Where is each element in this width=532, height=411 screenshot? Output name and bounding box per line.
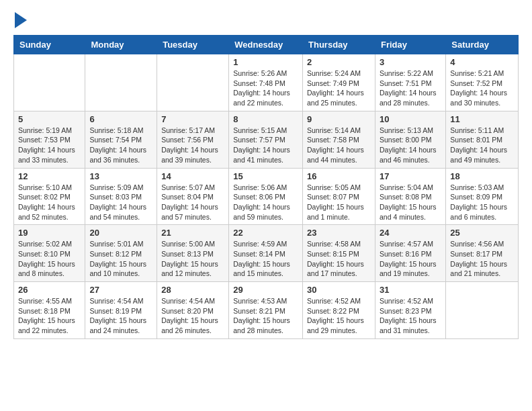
day-cell: 2Sunrise: 5:24 AM Sunset: 7:49 PM Daylig… xyxy=(303,54,375,111)
day-cell: 10Sunrise: 5:13 AM Sunset: 8:00 PM Dayli… xyxy=(375,111,445,168)
day-cell: 12Sunrise: 5:10 AM Sunset: 8:02 PM Dayli… xyxy=(14,168,85,225)
day-info: Sunrise: 5:15 AM Sunset: 7:57 PM Dayligh… xyxy=(233,126,298,165)
day-cell: 18Sunrise: 5:03 AM Sunset: 8:09 PM Dayli… xyxy=(446,168,519,225)
day-number: 25 xyxy=(450,228,514,238)
day-info: Sunrise: 5:26 AM Sunset: 7:48 PM Dayligh… xyxy=(233,68,298,108)
day-cell: 14Sunrise: 5:07 AM Sunset: 8:04 PM Dayli… xyxy=(157,168,229,225)
day-number: 14 xyxy=(161,171,224,181)
day-cell: 5Sunrise: 5:19 AM Sunset: 7:53 PM Daylig… xyxy=(14,111,85,168)
day-number: 4 xyxy=(450,57,514,67)
day-info: Sunrise: 5:11 AM Sunset: 8:01 PM Dayligh… xyxy=(450,126,514,165)
week-row-5: 26Sunrise: 4:55 AM Sunset: 8:18 PM Dayli… xyxy=(14,282,519,339)
day-cell: 19Sunrise: 5:02 AM Sunset: 8:10 PM Dayli… xyxy=(14,225,85,282)
day-cell xyxy=(157,54,229,111)
day-number: 5 xyxy=(18,114,81,124)
day-cell: 3Sunrise: 5:22 AM Sunset: 7:51 PM Daylig… xyxy=(375,54,445,111)
day-number: 26 xyxy=(18,285,81,295)
day-number: 30 xyxy=(307,285,371,295)
day-info: Sunrise: 4:54 AM Sunset: 8:19 PM Dayligh… xyxy=(89,296,152,336)
day-number: 12 xyxy=(18,171,81,181)
calendar: SundayMondayTuesdayWednesdayThursdayFrid… xyxy=(13,35,519,339)
day-info: Sunrise: 5:07 AM Sunset: 8:04 PM Dayligh… xyxy=(161,183,224,222)
day-number: 21 xyxy=(161,228,224,238)
day-info: Sunrise: 5:06 AM Sunset: 8:06 PM Dayligh… xyxy=(233,183,298,222)
day-cell: 11Sunrise: 5:11 AM Sunset: 8:01 PM Dayli… xyxy=(446,111,519,168)
day-info: Sunrise: 5:19 AM Sunset: 7:53 PM Dayligh… xyxy=(18,126,81,165)
day-number: 20 xyxy=(89,228,152,238)
day-cell: 21Sunrise: 5:00 AM Sunset: 8:13 PM Dayli… xyxy=(157,225,229,282)
week-row-2: 5Sunrise: 5:19 AM Sunset: 7:53 PM Daylig… xyxy=(14,111,519,168)
day-info: Sunrise: 5:00 AM Sunset: 8:13 PM Dayligh… xyxy=(161,239,224,279)
day-info: Sunrise: 4:55 AM Sunset: 8:18 PM Dayligh… xyxy=(18,296,81,336)
day-number: 13 xyxy=(89,171,152,181)
column-header-tuesday: Tuesday xyxy=(157,36,229,54)
day-number: 28 xyxy=(161,285,224,295)
day-number: 3 xyxy=(380,57,441,67)
day-info: Sunrise: 4:53 AM Sunset: 8:21 PM Dayligh… xyxy=(233,296,298,336)
day-cell: 7Sunrise: 5:17 AM Sunset: 7:56 PM Daylig… xyxy=(157,111,229,168)
day-number: 8 xyxy=(233,114,298,124)
day-cell: 27Sunrise: 4:54 AM Sunset: 8:19 PM Dayli… xyxy=(85,282,157,339)
day-info: Sunrise: 4:56 AM Sunset: 8:17 PM Dayligh… xyxy=(450,239,514,279)
day-cell: 16Sunrise: 5:05 AM Sunset: 8:07 PM Dayli… xyxy=(303,168,375,225)
day-number: 15 xyxy=(233,171,298,181)
calendar-header-row: SundayMondayTuesdayWednesdayThursdayFrid… xyxy=(14,36,519,54)
day-info: Sunrise: 5:24 AM Sunset: 7:49 PM Dayligh… xyxy=(307,68,371,108)
day-info: Sunrise: 4:54 AM Sunset: 8:20 PM Dayligh… xyxy=(161,296,224,336)
day-number: 18 xyxy=(450,171,514,181)
day-cell xyxy=(14,54,85,111)
day-cell: 28Sunrise: 4:54 AM Sunset: 8:20 PM Dayli… xyxy=(157,282,229,339)
day-cell: 15Sunrise: 5:06 AM Sunset: 8:06 PM Dayli… xyxy=(229,168,303,225)
header xyxy=(13,13,519,28)
day-info: Sunrise: 5:05 AM Sunset: 8:07 PM Dayligh… xyxy=(307,183,371,222)
day-number: 23 xyxy=(307,228,371,238)
day-info: Sunrise: 5:10 AM Sunset: 8:02 PM Dayligh… xyxy=(18,183,81,222)
day-cell: 20Sunrise: 5:01 AM Sunset: 8:12 PM Dayli… xyxy=(85,225,157,282)
column-header-friday: Friday xyxy=(375,36,445,54)
day-cell: 4Sunrise: 5:21 AM Sunset: 7:52 PM Daylig… xyxy=(446,54,519,111)
column-header-monday: Monday xyxy=(85,36,157,54)
day-cell: 31Sunrise: 4:52 AM Sunset: 8:23 PM Dayli… xyxy=(375,282,445,339)
day-number: 7 xyxy=(161,114,224,124)
day-number: 2 xyxy=(307,57,371,67)
day-info: Sunrise: 5:03 AM Sunset: 8:09 PM Dayligh… xyxy=(450,183,514,222)
day-number: 27 xyxy=(89,285,152,295)
day-number: 31 xyxy=(380,285,441,295)
day-number: 19 xyxy=(18,228,81,238)
column-header-wednesday: Wednesday xyxy=(229,36,303,54)
logo xyxy=(13,13,27,28)
day-info: Sunrise: 4:57 AM Sunset: 8:16 PM Dayligh… xyxy=(380,239,441,279)
week-row-4: 19Sunrise: 5:02 AM Sunset: 8:10 PM Dayli… xyxy=(14,225,519,282)
column-header-saturday: Saturday xyxy=(446,36,519,54)
day-cell: 9Sunrise: 5:14 AM Sunset: 7:58 PM Daylig… xyxy=(303,111,375,168)
day-cell: 24Sunrise: 4:57 AM Sunset: 8:16 PM Dayli… xyxy=(375,225,445,282)
day-info: Sunrise: 5:13 AM Sunset: 8:00 PM Dayligh… xyxy=(380,126,441,165)
day-info: Sunrise: 4:52 AM Sunset: 8:22 PM Dayligh… xyxy=(307,296,371,336)
day-number: 17 xyxy=(380,171,441,181)
day-info: Sunrise: 5:01 AM Sunset: 8:12 PM Dayligh… xyxy=(89,239,152,279)
day-info: Sunrise: 4:58 AM Sunset: 8:15 PM Dayligh… xyxy=(307,239,371,279)
day-number: 1 xyxy=(233,57,298,67)
day-number: 29 xyxy=(233,285,298,295)
day-info: Sunrise: 5:02 AM Sunset: 8:10 PM Dayligh… xyxy=(18,239,81,279)
day-info: Sunrise: 5:04 AM Sunset: 8:08 PM Dayligh… xyxy=(380,183,441,222)
day-cell: 30Sunrise: 4:52 AM Sunset: 8:22 PM Dayli… xyxy=(303,282,375,339)
day-cell: 13Sunrise: 5:09 AM Sunset: 8:03 PM Dayli… xyxy=(85,168,157,225)
day-cell xyxy=(446,282,519,339)
column-header-thursday: Thursday xyxy=(303,36,375,54)
day-cell: 17Sunrise: 5:04 AM Sunset: 8:08 PM Dayli… xyxy=(375,168,445,225)
day-cell: 1Sunrise: 5:26 AM Sunset: 7:48 PM Daylig… xyxy=(229,54,303,111)
day-cell: 22Sunrise: 4:59 AM Sunset: 8:14 PM Dayli… xyxy=(229,225,303,282)
day-cell: 26Sunrise: 4:55 AM Sunset: 8:18 PM Dayli… xyxy=(14,282,85,339)
column-header-sunday: Sunday xyxy=(14,36,85,54)
day-number: 16 xyxy=(307,171,371,181)
week-row-3: 12Sunrise: 5:10 AM Sunset: 8:02 PM Dayli… xyxy=(14,168,519,225)
day-info: Sunrise: 5:22 AM Sunset: 7:51 PM Dayligh… xyxy=(380,68,441,108)
day-info: Sunrise: 5:09 AM Sunset: 8:03 PM Dayligh… xyxy=(89,183,152,222)
week-row-1: 1Sunrise: 5:26 AM Sunset: 7:48 PM Daylig… xyxy=(14,54,519,111)
day-cell: 6Sunrise: 5:18 AM Sunset: 7:54 PM Daylig… xyxy=(85,111,157,168)
day-number: 6 xyxy=(89,114,152,124)
day-info: Sunrise: 5:17 AM Sunset: 7:56 PM Dayligh… xyxy=(161,126,224,165)
day-cell: 8Sunrise: 5:15 AM Sunset: 7:57 PM Daylig… xyxy=(229,111,303,168)
day-info: Sunrise: 5:14 AM Sunset: 7:58 PM Dayligh… xyxy=(307,126,371,165)
